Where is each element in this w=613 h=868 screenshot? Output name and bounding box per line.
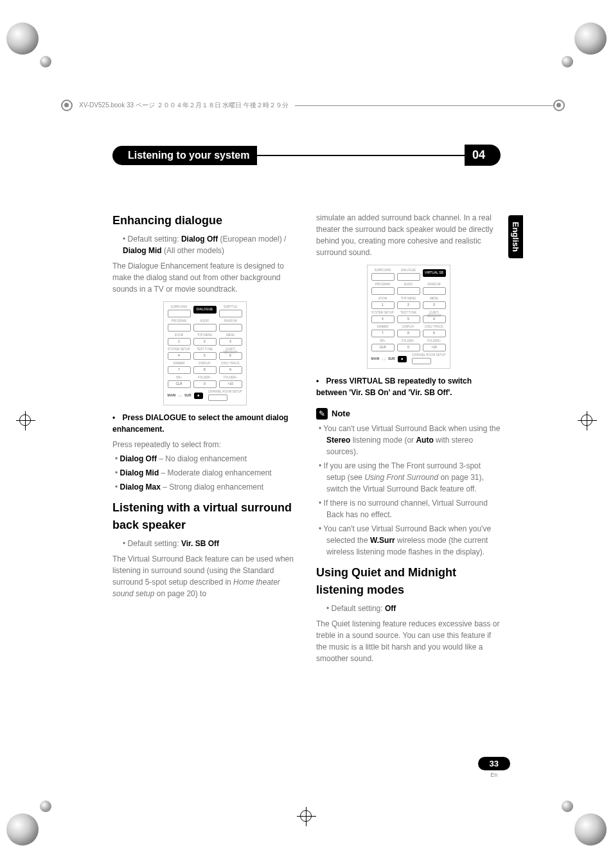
dialogue-button-highlight: DIALOGUE — [193, 306, 217, 314]
opt-dialog-max: Dialog Max – Strong dialog enhancement — [112, 481, 297, 493]
body-quiet-feature: The Quiet listening feature reduces exce… — [316, 618, 501, 664]
page-number: 33 En — [478, 757, 510, 778]
page-number-lang: En — [478, 772, 510, 778]
remote-diagram-2: SURROUND DIALOGUE VIRTUAL SB PROGRAM AUD… — [367, 265, 450, 369]
opt-dialog-off: Dialog Off – No dialog enhancement — [112, 453, 297, 465]
note-icon — [316, 408, 328, 420]
header-text: XV-DV525.book 33 ページ ２００４年２月１８日 水曜日 午後２時… — [79, 101, 289, 110]
note-label: Note — [332, 407, 350, 420]
chapter-number: 04 — [465, 145, 501, 166]
press-repeatedly: Press repeatedly to select from: — [112, 439, 297, 450]
left-column: Enhancing dialogue Default setting: Dial… — [112, 212, 297, 664]
body-virtual-surround: The Virtual Surround Back feature can be… — [112, 553, 297, 599]
book-icon — [61, 100, 73, 111]
body-simulate: simulate an added surround back channel.… — [316, 212, 501, 258]
body-dialogue-feature: The Dialogue Enhancement feature is desi… — [112, 260, 297, 295]
right-column: simulate an added surround back channel.… — [316, 212, 501, 664]
note-item-1: You can't use Virtual Surround Back when… — [316, 423, 501, 457]
default-setting-virsb: Default setting: Vir. SB Off — [112, 538, 297, 549]
default-setting-quiet: Default setting: Off — [316, 603, 501, 614]
page-number-value: 33 — [478, 757, 510, 770]
note-item-2: If you are using the The Front surround … — [316, 460, 501, 495]
heading-quiet-midnight: Using Quiet and Midnight listening modes — [316, 564, 501, 599]
page-header: Listening to your system 04 — [112, 145, 501, 166]
print-header: XV-DV525.book 33 ページ ２００４年２月１８日 水曜日 午後２時… — [61, 100, 565, 111]
note-header: Note — [316, 407, 501, 420]
opt-dialog-mid: Dialog Mid – Moderate dialog enhancement — [112, 467, 297, 479]
virtualsb-button-highlight: VIRTUAL SB — [423, 269, 446, 277]
heading-enhancing-dialogue: Enhancing dialogue — [112, 212, 297, 229]
language-tab: English — [508, 215, 523, 258]
reg-icon — [553, 100, 565, 111]
note-item-3: If there is no surround channel, Virtual… — [316, 497, 501, 520]
instruction-press-virtualsb: Press VIRTUAL SB repeatedly to switch be… — [316, 375, 501, 398]
main-content: Enhancing dialogue Default setting: Dial… — [112, 212, 501, 664]
note-item-4: You can't use Virtual Surround Back when… — [316, 523, 501, 558]
default-setting-dialog: Default setting: Dialog Off (European mo… — [112, 233, 297, 256]
heading-virtual-surround: Listening with a virtual surround back s… — [112, 499, 297, 534]
instruction-press-dialogue: Press DIALOGUE to select the amount dial… — [112, 412, 297, 435]
remote-diagram-1: SURROUND DIALOGUE SUBTITLE PROGRAM AUDIO… — [163, 301, 247, 405]
page-title: Listening to your system — [112, 146, 257, 165]
